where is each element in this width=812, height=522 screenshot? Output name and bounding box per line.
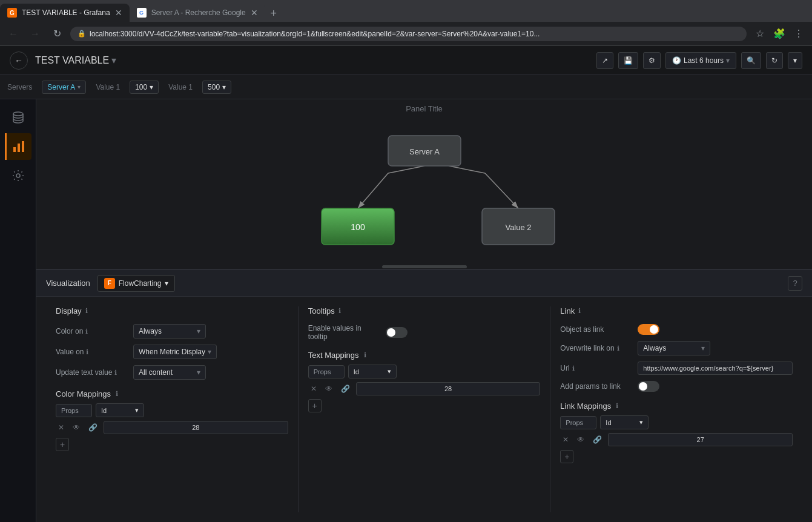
tab-grafana[interactable]: G TEST VARIABLE - Grafana ✕ [0, 4, 130, 22]
color-on-select[interactable]: Always ▾ [133, 324, 206, 339]
color-mapping-row-1: ✕ 👁 🔗 28 [56, 421, 288, 434]
panel-title: Panel Title [406, 99, 443, 118]
add-params-toggle[interactable] [638, 381, 659, 392]
color-mappings: Color Mappings ℹ Props Id ▾ [56, 389, 288, 451]
tooltips-info-icon[interactable]: ℹ [338, 307, 341, 315]
svg-point-4 [16, 174, 20, 177]
tab-google-label: Server A - Recherche Google [151, 8, 246, 17]
extensions-icon[interactable]: 🧩 [771, 25, 788, 42]
value1-100-chevron: ▾ [150, 83, 153, 91]
overwrite-link-select[interactable]: Always ▾ [638, 341, 710, 355]
sidebar-item-database[interactable] [5, 104, 31, 131]
url-info[interactable]: ℹ [572, 365, 575, 372]
update-text-info[interactable]: ℹ [114, 369, 117, 377]
time-range-button[interactable]: 🕐 Last 6 hours ▾ [665, 52, 736, 69]
link-info-icon[interactable]: ℹ [578, 307, 581, 315]
save-button[interactable]: 💾 [618, 52, 638, 69]
color-mapping-value: 28 [104, 421, 288, 434]
search-button[interactable]: 🔍 [741, 52, 761, 69]
color-mappings-info[interactable]: ℹ [116, 390, 118, 398]
link-add-button[interactable]: + [560, 450, 573, 463]
clock-icon: 🕐 [672, 56, 681, 65]
grafana-app: ← TEST VARIABLE ▾ ↗ 💾 ⚙ 🕐 Last 6 hours ▾… [0, 46, 812, 522]
link-eye-icon[interactable]: 👁 [575, 434, 587, 445]
link-props-header: Props [560, 416, 596, 429]
color-mappings-header: Color Mappings ℹ [56, 389, 288, 398]
text-mappings-header: Text Mappings ℹ [308, 351, 541, 360]
color-on-info[interactable]: ℹ [85, 328, 88, 335]
color-delete-icon[interactable]: ✕ [56, 422, 67, 433]
text-add-button[interactable]: + [308, 399, 322, 412]
scroll-bar[interactable] [382, 265, 467, 268]
app-layout: Panel Title [0, 99, 812, 522]
color-eye-icon[interactable]: 👁 [70, 422, 82, 433]
link-delete-icon[interactable]: ✕ [560, 434, 571, 445]
tab-bar: G TEST VARIABLE - Grafana ✕ G Server A -… [0, 0, 812, 22]
object-as-link-toggle[interactable] [638, 324, 659, 335]
link-mappings-info[interactable]: ℹ [616, 402, 618, 410]
value-on-info[interactable]: ℹ [86, 348, 88, 356]
new-tab-button[interactable]: + [265, 5, 282, 22]
add-params-row: Add params to link [560, 381, 793, 392]
refresh-button[interactable]: ↻ [766, 52, 783, 69]
settings-button[interactable]: ⚙ [643, 52, 661, 69]
text-delete-icon[interactable]: ✕ [308, 383, 319, 394]
sidebar-item-chart[interactable] [5, 133, 31, 160]
back-button[interactable]: ← [5, 25, 22, 42]
display-column: Display ℹ Color on ℹ Always ▾ [46, 306, 299, 512]
link-id-select[interactable]: Id ▾ [600, 415, 649, 429]
visualization-label: Visualization [46, 279, 90, 288]
flow-diagram: Server A 100 Value 2 [267, 119, 582, 264]
value1-100-dropdown[interactable]: 100 ▾ [130, 81, 159, 94]
color-on-arrow: ▾ [197, 327, 200, 335]
top-bar: ← TEST VARIABLE ▾ ↗ 💾 ⚙ 🕐 Last 6 hours ▾… [0, 46, 812, 75]
value1-500-dropdown[interactable]: 500 ▾ [202, 81, 231, 94]
plugin-chevron: ▾ [165, 279, 168, 288]
color-add-button[interactable]: + [56, 438, 69, 451]
refresh-dropdown[interactable]: ▾ [788, 52, 802, 69]
text-id-select[interactable]: Id ▾ [348, 365, 397, 378]
address-bar[interactable]: 🔒 localhost:3000/d/VV-4dCcZk/test-variab… [70, 27, 747, 41]
dashboard-title-chevron: ▾ [111, 55, 116, 66]
text-link-icon[interactable]: 🔗 [338, 383, 352, 394]
update-text-arrow: ▾ [197, 368, 200, 377]
back-dashboard-button[interactable]: ← [10, 51, 28, 70]
link-id-arrow: ▾ [639, 418, 643, 426]
value-on-select[interactable]: When Metric Display ▾ [133, 345, 217, 359]
settings-header: Visualization F FlowCharting ▾ ? [36, 270, 812, 297]
link-link-icon[interactable]: 🔗 [590, 434, 604, 445]
svg-text:Server A: Server A [409, 147, 440, 156]
help-button[interactable]: ? [788, 276, 802, 291]
svg-line-7 [358, 173, 388, 208]
color-id-select[interactable]: Id ▾ [96, 403, 144, 417]
svg-rect-3 [22, 141, 24, 152]
reload-button[interactable]: ↻ [48, 25, 65, 42]
svg-line-9 [485, 173, 518, 208]
color-link-icon[interactable]: 🔗 [86, 422, 100, 433]
scroll-indicator [382, 264, 467, 269]
overwrite-link-info[interactable]: ℹ [617, 345, 619, 352]
server-a-dropdown[interactable]: Server A ▾ [42, 81, 86, 94]
text-eye-icon[interactable]: 👁 [323, 383, 335, 394]
plugin-dropdown-button[interactable]: F FlowCharting ▾ [97, 275, 176, 292]
share-button[interactable]: ↗ [596, 52, 613, 69]
tab-google-close[interactable]: ✕ [251, 8, 258, 18]
browser-window: G TEST VARIABLE - Grafana ✕ G Server A -… [0, 0, 812, 46]
browser-menu-icon[interactable]: ⋮ [790, 25, 807, 42]
main-content: Panel Title [36, 99, 812, 522]
text-mappings-info[interactable]: ℹ [364, 351, 366, 359]
display-info-icon[interactable]: ℹ [85, 307, 88, 315]
tab-grafana-close[interactable]: ✕ [115, 8, 122, 18]
forward-button[interactable]: → [27, 25, 44, 42]
enable-tooltip-toggle[interactable] [386, 327, 408, 338]
sidebar-item-settings[interactable] [5, 162, 31, 189]
update-text-select[interactable]: All content ▾ [133, 365, 206, 380]
tab-google[interactable]: G Server A - Recherche Google ✕ [130, 4, 265, 22]
text-mappings: Text Mappings ℹ Props Id ▾ [308, 351, 541, 412]
dashboard-title[interactable]: TEST VARIABLE ▾ [35, 55, 116, 66]
browser-toolbar: ← → ↻ 🔒 localhost:3000/d/VV-4dCcZk/test-… [0, 22, 812, 46]
value-on-arrow: ▾ [208, 348, 211, 356]
url-input[interactable] [638, 362, 793, 375]
svg-line-6 [388, 166, 424, 173]
bookmark-icon[interactable]: ☆ [751, 25, 768, 42]
